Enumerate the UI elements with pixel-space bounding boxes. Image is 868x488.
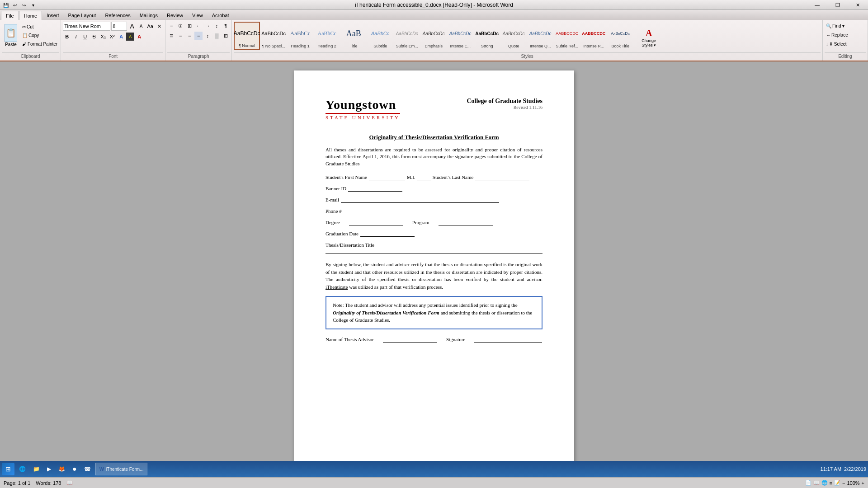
multilevel-btn[interactable]: ⊞ xyxy=(185,22,193,30)
style-heading1[interactable]: AaBbCc Heading 1 xyxy=(287,22,313,50)
italic-btn[interactable]: I xyxy=(72,33,80,41)
qa-dropdown-btn[interactable]: ▾ xyxy=(29,1,37,9)
style-subtitle[interactable]: AaBbCc Subtitle xyxy=(367,22,393,50)
replace-button[interactable]: ↔ Replace xyxy=(825,31,849,39)
font-content: A A Aa ✕ B I U S X₂ X² A A A xyxy=(63,21,163,52)
zoom-out-btn[interactable]: − xyxy=(842,480,845,486)
tab-file[interactable]: File xyxy=(1,11,19,20)
ribbon: 📋 Paste ✂ Cut 📋 Copy 🖌 Format Painter Cl… xyxy=(0,20,868,61)
document: Youngstown STATE UNIVERSITY College of G… xyxy=(294,70,574,477)
format-painter-button[interactable]: 🖌 Format Painter xyxy=(21,40,59,48)
text-highlight-btn[interactable]: A xyxy=(126,33,134,41)
clipboard-group: 📋 Paste ✂ Cut 📋 Copy 🖌 Format Painter Cl… xyxy=(0,20,61,61)
copy-button[interactable]: 📋 Copy xyxy=(21,31,59,39)
numbering-btn[interactable]: ① xyxy=(176,22,184,30)
view-web-btn[interactable]: 🌐 xyxy=(821,480,828,486)
advisor-input xyxy=(383,337,437,343)
align-left-btn[interactable]: ≡ xyxy=(167,32,175,40)
text-effects-btn[interactable]: A xyxy=(117,33,125,41)
tab-acrobat[interactable]: Acrobat xyxy=(208,11,234,20)
save-quick-btn[interactable]: 💾 xyxy=(2,1,10,9)
strikethrough-btn[interactable]: S xyxy=(90,33,98,41)
tab-review[interactable]: Review xyxy=(162,11,188,20)
justify-btn[interactable]: ≡ xyxy=(194,32,203,40)
style-normal[interactable]: AaBbCcDc ¶ Normal xyxy=(234,22,260,50)
align-right-btn[interactable]: ≡ xyxy=(185,32,193,40)
font-color-btn[interactable]: A xyxy=(135,33,143,41)
cut-button[interactable]: ✂ Cut xyxy=(21,23,59,31)
taskbar-chrome[interactable]: ● xyxy=(70,463,80,475)
view-outline-btn[interactable]: ≡ xyxy=(830,480,832,486)
ithenticate-link: iThenticate xyxy=(326,284,348,290)
subscript-btn[interactable]: X₂ xyxy=(99,33,107,41)
style-intense-q[interactable]: AaBbCcDc Intense Q... xyxy=(527,22,553,50)
select-button[interactable]: ↓ ⬇ Select xyxy=(825,40,848,48)
change-case-btn[interactable]: Aa xyxy=(146,22,154,30)
styles-label: Styles xyxy=(234,52,821,60)
taskbar-phone[interactable]: ☎ xyxy=(81,463,94,475)
start-button[interactable]: ⊞ xyxy=(2,463,14,475)
taskbar-explorer[interactable]: 📁 xyxy=(30,463,42,475)
style-emphasis[interactable]: AaBbCcDc Emphasis xyxy=(420,22,447,50)
style-quote[interactable]: AaBbCcDc Quote xyxy=(500,22,527,50)
change-styles-label: ChangeStyles ▾ xyxy=(642,38,656,47)
grow-font-btn[interactable]: A xyxy=(128,22,136,30)
sort-btn[interactable]: ↕ xyxy=(212,22,221,30)
bold-btn[interactable]: B xyxy=(63,33,71,41)
signature-label: Signature xyxy=(446,337,465,343)
tab-view[interactable]: View xyxy=(188,11,208,20)
minimize-btn[interactable]: — xyxy=(807,0,827,10)
taskbar-ie[interactable]: 🌐 xyxy=(16,463,28,475)
undo-quick-btn[interactable]: ↩ xyxy=(11,1,19,9)
shading-btn[interactable]: ▓ xyxy=(212,32,221,40)
tab-insert[interactable]: Insert xyxy=(42,11,64,20)
line-spacing-btn[interactable]: ↕ xyxy=(203,32,212,40)
style-title[interactable]: AaB Title xyxy=(340,22,367,50)
underline-btn[interactable]: U xyxy=(81,33,89,41)
college-header: College of Graduate Studies Revised 1.11… xyxy=(467,98,542,110)
decrease-indent-btn[interactable]: ← xyxy=(194,22,203,30)
style-intense-r[interactable]: AaBbCcDc Intense R... xyxy=(580,22,607,50)
taskbar-word-app[interactable]: W iThenticate Form... xyxy=(95,463,148,475)
thesis-title-line xyxy=(326,253,542,253)
style-book-title[interactable]: AaBbCcDc Book Title xyxy=(607,22,633,50)
taskbar-media[interactable]: ▶ xyxy=(44,463,54,475)
style-subtle-ref[interactable]: AaBbCcDc Subtle Ref... xyxy=(554,22,580,50)
align-center-btn[interactable]: ≡ xyxy=(176,32,184,40)
style-subtle-em-preview: AaBbCcDc xyxy=(395,23,419,44)
view-full-reading-btn[interactable]: 📖 xyxy=(813,480,820,486)
redo-quick-btn[interactable]: ↪ xyxy=(20,1,28,9)
font-size-input[interactable] xyxy=(111,22,127,31)
font-name-input[interactable] xyxy=(63,22,110,31)
style-no-spacing[interactable]: AaBbCcDc ¶ No Spaci... xyxy=(260,22,287,50)
style-subtle-em[interactable]: AaBbCcDc Subtle Em... xyxy=(394,22,420,50)
spellcheck-icon[interactable]: 📖 xyxy=(66,480,73,486)
increase-indent-btn[interactable]: → xyxy=(203,22,212,30)
maximize-btn[interactable]: ❐ xyxy=(827,0,848,10)
style-heading2[interactable]: AaBbCc Heading 2 xyxy=(314,22,340,50)
style-intense-em[interactable]: AaBbCcDc Intense E... xyxy=(447,22,473,50)
style-normal-preview: AaBbCcDc xyxy=(236,23,258,43)
zoom-in-btn[interactable]: + xyxy=(862,480,864,486)
clear-format-btn[interactable]: ✕ xyxy=(155,22,163,30)
borders-btn[interactable]: ⊞ xyxy=(222,32,230,40)
superscript-btn[interactable]: X² xyxy=(108,33,116,41)
tab-page-layout[interactable]: Page Layout xyxy=(64,11,101,20)
style-strong[interactable]: AaBbCcDc Strong xyxy=(474,22,500,50)
find-button[interactable]: 🔍 Find ▾ xyxy=(825,22,846,30)
tab-mailings[interactable]: Mailings xyxy=(135,11,162,20)
bullets-btn[interactable]: ≡ xyxy=(167,22,175,30)
tab-home[interactable]: Home xyxy=(19,11,42,20)
banner-id-field: Banner ID xyxy=(326,186,542,192)
show-para-btn[interactable]: ¶ xyxy=(222,22,230,30)
change-styles-button[interactable]: A ChangeStyles ▾ xyxy=(634,22,663,52)
tab-references[interactable]: References xyxy=(100,11,135,20)
taskbar-firefox[interactable]: 🦊 xyxy=(56,463,68,475)
shrink-font-btn[interactable]: A xyxy=(137,22,145,30)
view-draft-btn[interactable]: 📝 xyxy=(834,480,840,486)
view-print-btn[interactable]: 📄 xyxy=(805,480,811,486)
mi-input xyxy=(417,174,431,180)
paste-button[interactable]: 📋 Paste xyxy=(2,22,20,49)
close-btn[interactable]: ✕ xyxy=(848,0,868,10)
style-intense-r-preview: AaBbCcDc xyxy=(582,23,605,44)
